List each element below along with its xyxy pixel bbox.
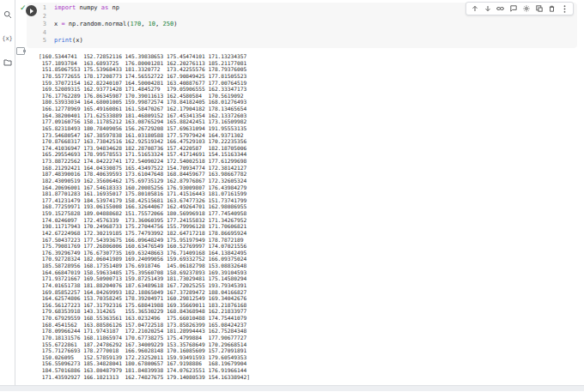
code-token: 250 bbox=[162, 21, 173, 29]
code-token: x bbox=[54, 21, 61, 29]
code-token: print bbox=[54, 37, 72, 45]
move-cell-up-icon[interactable] bbox=[471, 5, 478, 13]
output-anchor-icon[interactable] bbox=[16, 47, 25, 55]
output-text: [160.5344741 152.72852116 145.39838653 1… bbox=[39, 53, 250, 380]
copy-link-to-cell-icon[interactable] bbox=[496, 5, 504, 13]
code-token: , bbox=[141, 21, 148, 29]
code-token: import bbox=[54, 4, 76, 13]
delete-cell-icon[interactable] bbox=[548, 5, 556, 13]
line-number: 4 bbox=[38, 29, 46, 38]
search-icon[interactable] bbox=[3, 9, 12, 19]
line-number: 5 bbox=[38, 37, 46, 45]
code-line: 4 bbox=[38, 29, 577, 38]
code-token: numpy bbox=[76, 4, 101, 13]
line-number: 2 bbox=[38, 13, 46, 21]
code-token: (x) bbox=[72, 37, 83, 45]
code-token: 10 bbox=[149, 21, 155, 29]
code-token: np.random.normal( bbox=[65, 21, 131, 29]
code-token: np bbox=[108, 4, 119, 13]
code-token: 170 bbox=[131, 21, 142, 29]
cell-toolbar bbox=[465, 2, 574, 15]
code-token: ) bbox=[173, 21, 177, 29]
code-line: 3x = np.random.normal(170, 10, 250) bbox=[38, 21, 577, 29]
files-folder-icon[interactable] bbox=[3, 57, 12, 67]
play-icon bbox=[30, 9, 33, 14]
code-line: 5print(x) bbox=[38, 37, 577, 45]
mirror-cell-icon[interactable] bbox=[535, 5, 543, 13]
add-comment-icon[interactable] bbox=[509, 5, 517, 13]
move-cell-down-icon[interactable] bbox=[484, 5, 491, 13]
line-number: 1 bbox=[38, 4, 46, 13]
more-options-icon[interactable] bbox=[561, 5, 569, 13]
code-token: , bbox=[155, 21, 162, 29]
variable-inspector-icon[interactable]: {x} bbox=[3, 33, 12, 43]
bottom-divider-bar bbox=[0, 385, 584, 391]
line-number: 3 bbox=[38, 21, 46, 29]
settings-gear-icon[interactable] bbox=[522, 5, 530, 13]
notebook-page: {x} ✓ 1import numpy as np23x = np.random… bbox=[0, 0, 584, 392]
code-token: as bbox=[101, 4, 108, 13]
left-sidebar: {x} bbox=[0, 0, 15, 385]
run-cell-button[interactable] bbox=[26, 5, 37, 16]
